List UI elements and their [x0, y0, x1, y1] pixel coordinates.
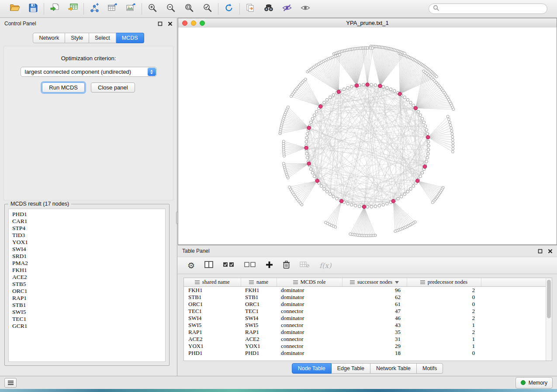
table-cell[interactable]: PHD1	[241, 350, 277, 357]
zoom-out-button[interactable]	[164, 2, 177, 15]
table-cell[interactable]: FKH1	[184, 287, 241, 294]
result-item[interactable]: TID3	[12, 232, 165, 239]
export-network-button[interactable]	[88, 2, 101, 15]
result-item[interactable]: STB5	[12, 281, 165, 288]
tab-edge-table[interactable]: Edge Table	[332, 363, 370, 374]
optimization-criterion-dropdown[interactable]: largest connected component (undirected)	[21, 67, 157, 77]
table-row[interactable]: YOX1YOX1connector291	[184, 343, 552, 350]
tab-mcds[interactable]: MCDS	[116, 33, 144, 43]
table-cell[interactable]: TEC1	[241, 308, 277, 315]
result-item[interactable]: SWI4	[12, 246, 165, 253]
table-cell[interactable]: connector	[277, 336, 342, 343]
network-graph[interactable]	[178, 28, 557, 244]
import-network-button[interactable]	[48, 2, 61, 15]
table-cell[interactable]: ACE2	[184, 336, 241, 343]
open-folder-button[interactable]	[8, 2, 21, 15]
table-cell[interactable]: 2	[407, 329, 481, 336]
refresh-button[interactable]	[222, 2, 235, 15]
table-cell[interactable]: 61	[342, 301, 407, 308]
result-item[interactable]: SRD1	[12, 253, 165, 260]
tab-style[interactable]: Style	[65, 33, 89, 43]
table-cell[interactable]: 1	[407, 322, 481, 329]
run-mcds-button[interactable]: Run MCDS	[42, 83, 85, 93]
result-item[interactable]: ORC1	[12, 288, 165, 295]
table-cell[interactable]: 62	[342, 294, 407, 301]
float-panel-icon[interactable]	[538, 249, 543, 254]
table-cell[interactable]: dominator	[277, 329, 342, 336]
result-item[interactable]: TEC1	[12, 316, 165, 323]
table-cell[interactable]: ACE2	[241, 336, 277, 343]
table-cell[interactable]: 2	[407, 287, 481, 294]
result-item[interactable]: STB1	[12, 302, 165, 309]
table-scrollbar-thumb[interactable]	[547, 280, 551, 318]
table-cell[interactable]: STB1	[241, 294, 277, 301]
table-cell[interactable]: connector	[277, 343, 342, 350]
close-panel-icon[interactable]	[168, 21, 173, 26]
table-settings-button[interactable]: ⚙	[187, 261, 195, 270]
search-input[interactable]	[442, 5, 543, 12]
table-cell[interactable]: SWI4	[241, 315, 277, 322]
table-cell[interactable]: YOX1	[241, 343, 277, 350]
mcds-result-list[interactable]: PHD1CAR1STP4TID3YOX1SWI4SRD1PMA2FKH1ACE2…	[8, 209, 166, 362]
table-row[interactable]: ACE2ACE2connector311	[184, 336, 552, 343]
show-panels-button[interactable]	[4, 378, 17, 388]
table-cell[interactable]: STB1	[184, 294, 241, 301]
import-table-button[interactable]	[66, 2, 80, 15]
table-cell[interactable]: SWI4	[184, 315, 241, 322]
table-cell[interactable]: 47	[342, 308, 407, 315]
table-cell[interactable]: RAP1	[241, 329, 277, 336]
column-header-shared-name[interactable]: shared name	[184, 278, 241, 287]
show-columns-button[interactable]	[204, 261, 213, 270]
table-cell[interactable]: 43	[342, 322, 407, 329]
table-cell[interactable]: 29	[342, 343, 407, 350]
save-button[interactable]	[27, 2, 40, 15]
table-row[interactable]: SWI4SWI4dominator462	[184, 315, 552, 322]
tab-select[interactable]: Select	[89, 33, 116, 43]
table-cell[interactable]: FKH1	[241, 287, 277, 294]
table-cell[interactable]: 46	[342, 315, 407, 322]
table-cell[interactable]: connector	[277, 322, 342, 329]
column-header-predecessor-nodes[interactable]: predecessor nodes	[407, 278, 481, 287]
table-row[interactable]: PHD1PHD1dominator180	[184, 350, 552, 357]
search-box[interactable]	[429, 3, 547, 14]
tab-network-table[interactable]: Network Table	[370, 363, 417, 374]
add-column-button[interactable]	[266, 261, 273, 270]
table-cell[interactable]: 0	[407, 350, 481, 357]
zoom-selected-button[interactable]	[201, 2, 214, 15]
copy-network-button[interactable]	[244, 2, 257, 15]
table-cell[interactable]: 2	[407, 308, 481, 315]
table-cell[interactable]: ORC1	[241, 301, 277, 308]
table-cell[interactable]: RAP1	[184, 329, 241, 336]
select-all-button[interactable]	[223, 261, 235, 269]
result-item[interactable]: FKH1	[12, 267, 165, 274]
table-cell[interactable]: TEC1	[184, 308, 241, 315]
tab-node-table[interactable]: Node Table	[292, 363, 332, 374]
result-item[interactable]: STP4	[12, 225, 165, 232]
window-minimize-button[interactable]	[191, 21, 196, 26]
table-cell[interactable]: PHD1	[184, 350, 241, 357]
table-cell[interactable]: 0	[407, 301, 481, 308]
zoom-fit-button[interactable]	[183, 2, 196, 15]
table-cell[interactable]: connector	[277, 308, 342, 315]
delete-column-button[interactable]	[283, 261, 290, 271]
table-cell[interactable]: dominator	[277, 294, 342, 301]
table-row[interactable]: TEC1TEC1connector472	[184, 308, 552, 315]
result-item[interactable]: ACE2	[12, 274, 165, 281]
table-cell[interactable]: YOX1	[184, 343, 241, 350]
table-cell[interactable]: 0	[407, 294, 481, 301]
table-cell[interactable]: dominator	[277, 315, 342, 322]
export-table-button[interactable]	[106, 2, 119, 15]
result-item[interactable]: PHD1	[12, 211, 165, 218]
table-cell[interactable]: dominator	[277, 287, 342, 294]
table-cell[interactable]: ORC1	[184, 301, 241, 308]
network-canvas[interactable]	[178, 28, 557, 244]
window-close-button[interactable]	[182, 21, 187, 26]
window-maximize-button[interactable]	[200, 21, 205, 26]
table-cell[interactable]: 1	[407, 336, 481, 343]
table-row[interactable]: RAP1RAP1dominator352	[184, 329, 552, 336]
table-cell[interactable]: SWI5	[184, 322, 241, 329]
zoom-in-button[interactable]	[146, 2, 159, 15]
table-cell[interactable]: 2	[407, 315, 481, 322]
close-panel-button[interactable]: Close panel	[91, 83, 135, 93]
export-image-button[interactable]	[125, 2, 138, 15]
